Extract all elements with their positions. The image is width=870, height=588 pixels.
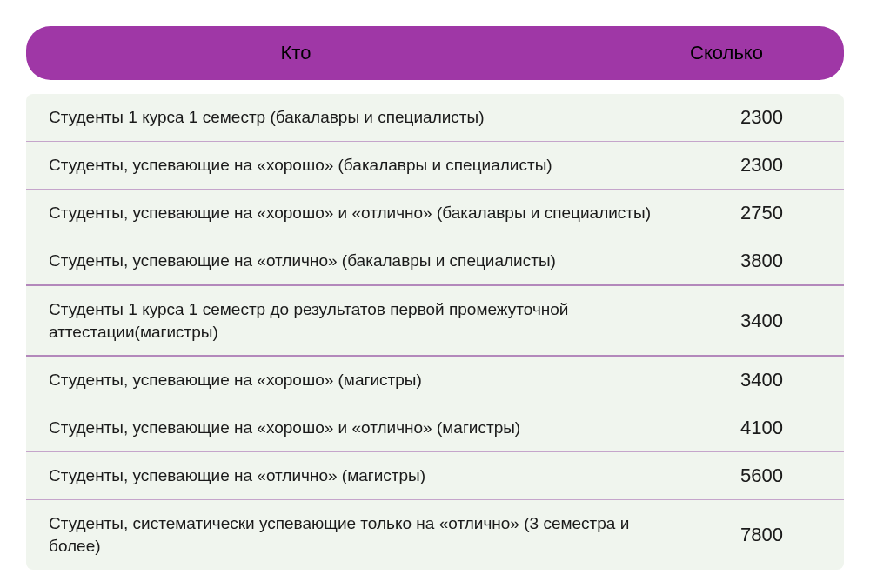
table-row: Студенты, успевающие на «отлично» (магис… [26, 452, 844, 500]
cell-amount: 2300 [679, 94, 844, 141]
cell-who: Студенты, успевающие на «хорошо» и «отли… [26, 404, 679, 451]
cell-who: Студенты, успевающие на «хорошо» (магист… [26, 357, 679, 404]
cell-amount: 3800 [679, 237, 844, 284]
table-row: Студенты, успевающие на «хорошо» (магист… [26, 357, 844, 404]
table-body: Студенты 1 курса 1 семестр (бакалавры и … [26, 94, 844, 570]
header-who-label: Кто [61, 42, 644, 64]
table-row: Студенты, систематически успевающие толь… [26, 500, 844, 569]
table-row: Студенты, успевающие на «хорошо» (бакала… [26, 142, 844, 190]
table-row: Студенты, успевающие на «отлично» (бакал… [26, 237, 844, 286]
cell-amount: 2750 [679, 190, 844, 237]
table-row: Студенты, успевающие на «хорошо» и «отли… [26, 404, 844, 452]
scholarship-table: Кто Сколько Студенты 1 курса 1 семестр (… [26, 26, 844, 570]
cell-amount: 2300 [679, 142, 844, 189]
cell-who: Студенты, успевающие на «хорошо» (бакала… [26, 142, 679, 189]
cell-amount: 3400 [679, 357, 844, 404]
cell-amount: 4100 [679, 404, 844, 451]
cell-who: Студенты 1 курса 1 семестр (бакалавры и … [26, 94, 679, 141]
header-amount-label: Сколько [644, 42, 809, 64]
cell-who: Студенты, систематически успевающие толь… [26, 500, 679, 569]
cell-amount: 3400 [679, 286, 844, 355]
table-row: Студенты, успевающие на «хорошо» и «отли… [26, 190, 844, 237]
cell-amount: 7800 [679, 500, 844, 569]
table-header: Кто Сколько [26, 26, 844, 80]
cell-who: Студенты 1 курса 1 семестр до результато… [26, 286, 679, 355]
cell-amount: 5600 [679, 452, 844, 499]
cell-who: Студенты, успевающие на «отлично» (магис… [26, 452, 679, 499]
cell-who: Студенты, успевающие на «хорошо» и «отли… [26, 190, 679, 237]
table-row: Студенты 1 курса 1 семестр (бакалавры и … [26, 94, 844, 142]
cell-who: Студенты, успевающие на «отлично» (бакал… [26, 237, 679, 284]
table-row: Студенты 1 курса 1 семестр до результато… [26, 286, 844, 357]
